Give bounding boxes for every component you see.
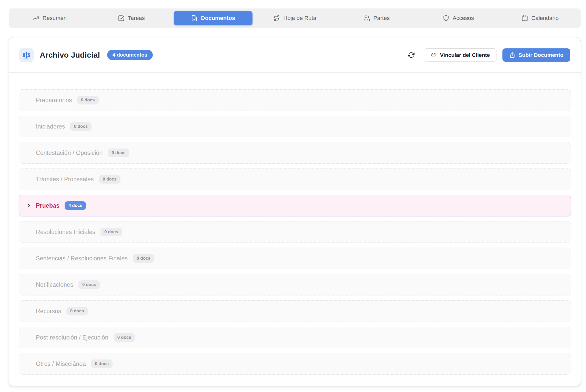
refresh-button[interactable] [407,51,416,59]
calendar-icon [521,15,528,22]
category-row-iniciadores[interactable]: Iniciadores0 docs [19,116,571,137]
category-label: Resoluciones Iniciales [36,229,95,236]
tab-tareas[interactable]: Tareas [92,11,171,25]
page-title: Archivo Judicial [40,51,100,59]
category-label: Recursos [36,308,61,315]
check-square-icon [118,15,125,22]
category-row-preparatorios[interactable]: Preparatorios0 docs [19,89,571,111]
tab-documentos[interactable]: Documentos [174,11,252,25]
route-icon [273,15,280,22]
category-doc-count-badge: 0 docs [70,122,92,131]
file-check-icon [191,15,198,22]
tab-label: Calendario [531,15,559,22]
tab-label: Documentos [201,15,235,22]
upload-document-button-label: Subir Documento [519,52,563,58]
link-client-button[interactable]: Vincular del Cliente [424,48,497,62]
category-row-tramites-procesales[interactable]: Trámites / Procesales0 docs [19,168,571,190]
scales-icon [19,48,34,62]
tab-hoja-de-ruta[interactable]: Hoja de Ruta [256,11,334,25]
users-icon [363,15,370,22]
tab-label: Hoja de Ruta [283,15,316,22]
category-row-sentencias-resoluciones-finales[interactable]: Sentencias / Resoluciones Finales0 docs [19,248,571,269]
category-row-pruebas[interactable]: Pruebas4 docs [19,195,571,216]
category-label: Contestación / Oposición [36,150,103,156]
category-label: Preparatorios [36,97,72,104]
shield-icon [443,15,449,22]
category-doc-count-badge: 0 docs [91,359,113,368]
category-row-recursos[interactable]: Recursos0 docs [19,300,571,322]
category-row-resoluciones-iniciales[interactable]: Resoluciones Iniciales0 docs [19,221,571,243]
category-doc-count-badge: 0 docs [77,96,99,104]
category-label: Pruebas [36,202,59,209]
category-doc-count-badge: 0 docs [133,254,154,263]
trending-up-icon [33,15,39,22]
category-label: Post-resolución / Ejecución [36,334,108,341]
category-row-notificaciones[interactable]: Notificaciones0 docs [19,274,571,295]
category-doc-count-badge: 0 docs [108,149,129,157]
tab-accesos[interactable]: Accesos [419,11,498,25]
link-client-button-label: Vincular del Cliente [440,52,490,58]
upload-icon [509,52,515,58]
category-label: Trámites / Procesales [36,176,94,183]
category-doc-count-badge: 0 docs [99,175,120,184]
tab-partes[interactable]: Partes [337,11,416,25]
category-doc-count-badge: 0 docs [66,307,88,315]
document-count-badge: 4 documentos [107,50,153,60]
tab-label: Accesos [453,15,474,22]
category-label: Otros / Miscelánea [36,361,86,367]
category-label: Iniciadores [36,123,65,130]
tab-label: Resumen [43,15,67,22]
upload-document-button[interactable]: Subir Documento [502,48,570,62]
category-label: Sentencias / Resoluciones Finales [36,255,128,262]
category-doc-count-badge: 4 docs [65,201,86,210]
category-label: Notificaciones [36,281,73,288]
judicial-archive-card: Archivo Judicial 4 documentos Vincular d… [9,37,581,386]
category-doc-count-badge: 0 docs [100,228,122,236]
category-doc-count-badge: 0 docs [78,280,100,289]
tab-label: Partes [373,15,390,22]
category-row-otros-miscelanea[interactable]: Otros / Miscelánea0 docs [19,353,571,375]
category-row-post-resolucion-ejecucion[interactable]: Post-resolución / Ejecución0 docs [19,327,571,348]
tab-calendario[interactable]: Calendario [501,11,579,25]
category-row-contestacion-oposicion[interactable]: Contestación / Oposición0 docs [19,142,571,164]
link-icon [431,52,437,58]
category-list: Preparatorios0 docsIniciadores0 docsCont… [9,73,581,386]
tab-resumen[interactable]: Resumen [10,11,89,25]
case-tab-bar: ResumenTareasDocumentosHoja de RutaParte… [9,8,581,28]
category-doc-count-badge: 0 docs [114,333,135,342]
chevron-right-icon[interactable] [26,203,32,208]
tab-label: Tareas [128,15,145,22]
card-header: Archivo Judicial 4 documentos Vincular d… [9,37,581,73]
